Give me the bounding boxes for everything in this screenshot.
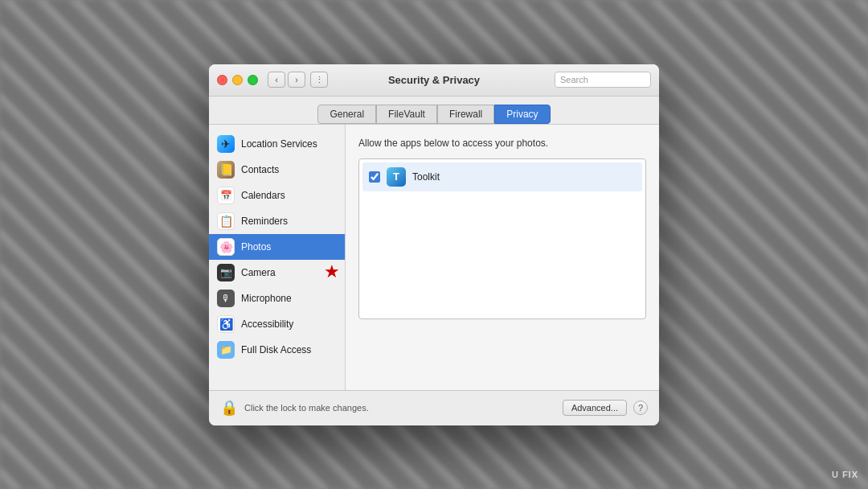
contacts-icon: 📒: [217, 161, 235, 179]
lock-icon[interactable]: 🔒: [220, 399, 238, 417]
sidebar-item-label-full-disk-access: Full Disk Access: [241, 344, 311, 355]
app-list: T Toolkit: [358, 158, 646, 319]
tab-filevault[interactable]: FileVault: [376, 105, 437, 124]
sidebar-item-reminders[interactable]: 📋 Reminders: [209, 208, 345, 234]
tab-privacy[interactable]: Privacy: [494, 105, 550, 124]
maximize-button[interactable]: [248, 75, 258, 85]
sidebar-item-label-photos: Photos: [241, 241, 271, 253]
close-button[interactable]: [217, 75, 227, 85]
accessibility-icon: ♿: [217, 315, 235, 333]
sidebar-item-label-microphone: Microphone: [241, 293, 292, 304]
sidebar-item-label-location-services: Location Services: [241, 138, 317, 150]
system-preferences-window: ‹ › ⋮ Security & Privacy Search General …: [209, 64, 659, 425]
full-disk-access-icon: 📁: [217, 341, 235, 359]
bottombar: 🔒 Click the lock to make changes. Advanc…: [209, 390, 659, 425]
camera-icon: 📷: [217, 264, 235, 281]
sidebar-item-camera[interactable]: 📷 Camera ★: [209, 260, 345, 286]
titlebar: ‹ › ⋮ Security & Privacy Search: [209, 64, 659, 97]
reminders-icon: 📋: [217, 212, 235, 230]
calendars-icon: 📅: [217, 187, 235, 204]
tabs-bar: General FileVault Firewall Privacy: [209, 97, 659, 125]
main-content: Allow the apps below to access your phot…: [346, 125, 659, 390]
window-title: Security & Privacy: [388, 74, 480, 86]
toolkit-checkbox[interactable]: [369, 171, 380, 183]
sidebar-item-calendars[interactable]: 📅 Calendars: [209, 183, 345, 208]
back-button[interactable]: ‹: [268, 72, 285, 88]
help-button[interactable]: ?: [633, 401, 648, 415]
sidebar-item-microphone[interactable]: 🎙 Microphone: [209, 286, 345, 311]
nav-buttons: ‹ ›: [268, 72, 305, 88]
sidebar-item-accessibility[interactable]: ♿ Accessibility: [209, 311, 345, 337]
toolkit-app-name: Toolkit: [412, 171, 440, 183]
grid-button[interactable]: ⋮: [310, 72, 328, 88]
list-item: T Toolkit: [362, 162, 642, 191]
toolkit-icon: T: [387, 167, 406, 187]
search-placeholder: Search: [560, 75, 588, 84]
tab-general[interactable]: General: [317, 105, 376, 124]
content-description: Allow the apps below to access your phot…: [358, 138, 646, 149]
lock-text: Click the lock to make changes.: [244, 403, 563, 413]
traffic-lights: [217, 75, 258, 85]
sidebar-item-contacts[interactable]: 📒 Contacts: [209, 157, 345, 183]
forward-button[interactable]: ›: [288, 72, 305, 88]
sidebar-item-label-camera: Camera: [241, 267, 276, 278]
location-services-icon: ✈: [217, 135, 235, 153]
photos-icon: 🌸: [217, 238, 235, 256]
sidebar: ✈ Location Services 📒 Contacts 📅 Calenda…: [209, 125, 346, 390]
body: ✈ Location Services 📒 Contacts 📅 Calenda…: [209, 125, 659, 390]
search-box[interactable]: Search: [555, 72, 651, 88]
sidebar-item-location-services[interactable]: ✈ Location Services: [209, 131, 345, 157]
sidebar-item-full-disk-access[interactable]: 📁 Full Disk Access: [209, 337, 345, 363]
advanced-button[interactable]: Advanced...: [563, 400, 627, 416]
sidebar-item-label-reminders: Reminders: [241, 216, 288, 227]
sidebar-item-label-calendars: Calendars: [241, 190, 285, 201]
minimize-button[interactable]: [232, 75, 243, 85]
sidebar-item-photos[interactable]: 🌸 Photos: [209, 234, 345, 260]
sidebar-item-label-contacts: Contacts: [241, 164, 279, 175]
watermark: U FIX: [832, 470, 858, 479]
microphone-icon: 🎙: [217, 290, 235, 307]
sidebar-item-label-accessibility: Accessibility: [241, 318, 293, 330]
tab-firewall[interactable]: Firewall: [437, 105, 494, 124]
